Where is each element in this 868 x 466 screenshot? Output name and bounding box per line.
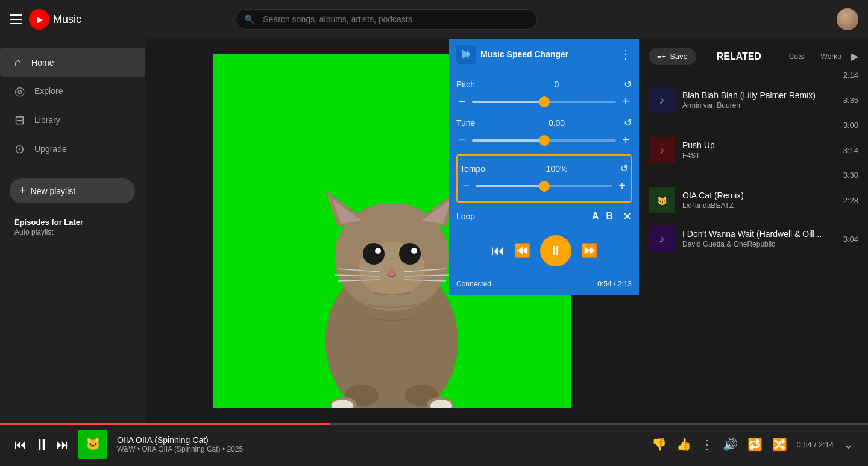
pitch-decrease-button[interactable]: − <box>456 95 468 109</box>
svg-text:♪: ♪ <box>659 144 665 156</box>
svg-text:♪: ♪ <box>659 94 665 106</box>
loop-label: Loop <box>456 212 592 221</box>
new-playlist-button[interactable]: + New playlist <box>10 178 135 203</box>
song-info-1: Push Up F4ST <box>682 140 836 160</box>
repeat-button[interactable]: 🔁 <box>747 437 763 452</box>
player-right: 👎 👍 ⋮ 🔊 🔁 🔀 0:54 / 2:14 ⌄ <box>652 437 854 452</box>
loop-b-button[interactable]: B <box>606 211 613 222</box>
player-info: OIIA OIIA (Spinning Cat) W&W • OIIA OIIA… <box>117 435 243 453</box>
msc-footer: Connected 0:54 / 2:13 <box>449 276 639 295</box>
sidebar-item-library[interactable]: ⊟ Library <box>0 105 145 134</box>
more-options-button[interactable]: ⋮ <box>701 437 713 452</box>
svg-point-10 <box>411 248 417 254</box>
skip-forward-button[interactable]: ⏭ <box>57 438 69 452</box>
tempo-slider-thumb[interactable] <box>539 181 550 192</box>
song-info-2: OIA Cat (Remix) LxPandaBEATZ <box>682 190 836 210</box>
sidebar: ⌂ Home ◎ Explore ⊟ Library ⊙ Upgrade + N… <box>0 39 145 423</box>
tune-row: Tune 0.00 ↺ <box>456 113 632 132</box>
sidebar-explore-label: Explore <box>34 86 63 96</box>
related-section: ≡+ Save RELATED Cuts Worko ▶ 2:14 <box>639 39 868 258</box>
tabs-more-arrow[interactable]: ▶ <box>851 51 858 62</box>
main-content: Music Speed Changer ⋮ Pitch 0 ↺ − + <box>145 39 639 423</box>
tune-reset-button[interactable]: ↺ <box>624 117 632 128</box>
pitch-slider[interactable] <box>472 101 616 103</box>
main-layout: ⌂ Home ◎ Explore ⊟ Library ⊙ Upgrade + N… <box>0 39 868 423</box>
tempo-increase-button[interactable]: + <box>616 179 628 193</box>
loop-close-button[interactable]: ✕ <box>623 210 632 223</box>
sidebar-item-home[interactable]: ⌂ Home <box>0 48 145 77</box>
svg-point-7 <box>363 243 385 265</box>
nav-divider <box>14 171 130 171</box>
msc-body: Pitch 0 ↺ − + Tune 0.00 ↺ <box>449 70 639 276</box>
tab-cuts[interactable]: Cuts <box>782 49 811 65</box>
skip-back-button[interactable]: ⏮ <box>14 438 27 452</box>
episodes-section: Episodes for Later Auto playlist <box>0 208 145 246</box>
sidebar-item-explore[interactable]: ◎ Explore <box>0 77 145 105</box>
right-panel: ≡+ Save RELATED Cuts Worko ▶ 2:14 <box>639 39 868 423</box>
tempo-decrease-button[interactable]: − <box>460 179 472 193</box>
song-item-1[interactable]: ♪ Push Up F4ST 3:14 <box>639 131 868 169</box>
svg-text:🐱: 🐱 <box>657 196 668 206</box>
play-button[interactable]: ⏸ <box>34 435 49 454</box>
pitch-slider-thumb[interactable] <box>539 96 550 107</box>
tune-slider-thumb[interactable] <box>539 135 550 146</box>
sidebar-item-upgrade[interactable]: ⊙ Upgrade <box>0 134 145 163</box>
episodes-title[interactable]: Episodes for Later <box>14 218 130 227</box>
search-input[interactable] <box>236 9 537 30</box>
dislike-button[interactable]: 👎 <box>652 437 667 452</box>
svg-point-8 <box>399 243 421 265</box>
duration-item-0: 2:14 <box>843 71 858 80</box>
duration-spacer-1: 3:00 <box>843 121 858 130</box>
tune-slider[interactable] <box>472 139 616 142</box>
related-title: RELATED <box>717 51 761 62</box>
play-pause-button[interactable]: ⏸ <box>540 235 571 266</box>
song-item-0[interactable]: ♪ Blah Blah Blah (Lilly Palmer Remix) Ar… <box>639 81 868 119</box>
menu-button[interactable] <box>10 14 22 24</box>
header-left: Music <box>10 9 81 30</box>
rewind-button[interactable]: ⏪ <box>514 243 530 259</box>
song-title-1: Push Up <box>682 140 836 150</box>
song-info-0: Blah Blah Blah (Lilly Palmer Remix) Armi… <box>682 90 836 110</box>
related-header: ≡+ Save RELATED Cuts Worko ▶ <box>639 39 868 69</box>
msc-more-button[interactable]: ⋮ <box>620 47 632 61</box>
like-button[interactable]: 👍 <box>676 437 691 452</box>
progress-bar[interactable] <box>0 423 868 425</box>
song-item-2[interactable]: 🐱 OIA Cat (Remix) LxPandaBEATZ 2:28 <box>639 181 868 219</box>
song-thumb-3: ♪ <box>649 225 675 252</box>
tempo-reset-button[interactable]: ↺ <box>620 163 628 174</box>
player-controls: ⏮ ⏸ ⏭ <box>14 435 69 454</box>
msc-connected-status: Connected <box>456 280 491 288</box>
expand-button[interactable]: ⌄ <box>843 437 854 452</box>
volume-button[interactable]: 🔊 <box>723 437 738 452</box>
fast-forward-button[interactable]: ⏩ <box>581 243 597 259</box>
song-item-3[interactable]: ♪ I Don't Wanna Wait (Hardwell & Oill...… <box>639 219 868 258</box>
svg-text:♪: ♪ <box>659 233 665 245</box>
msc-title: Music Speed Changer <box>480 49 615 59</box>
avatar[interactable] <box>837 8 858 30</box>
shuffle-button[interactable]: 🔀 <box>772 437 787 452</box>
explore-icon: ◎ <box>14 84 25 98</box>
avatar-image <box>837 8 858 30</box>
logo[interactable]: Music <box>29 9 81 30</box>
save-icon: ≡+ <box>657 52 666 61</box>
pitch-value: 0 <box>494 80 619 89</box>
sidebar-library-label: Library <box>34 115 60 125</box>
tempo-slider[interactable] <box>476 185 612 187</box>
tune-label: Tune <box>456 118 489 128</box>
save-button[interactable]: ≡+ Save <box>649 48 696 65</box>
tune-decrease-button[interactable]: − <box>456 133 468 147</box>
pause-icon: ⏸ <box>549 243 562 259</box>
svg-text:🐱: 🐱 <box>86 436 101 451</box>
tempo-section: Tempo 100% ↺ − + <box>456 154 632 203</box>
skip-to-start-button[interactable]: ⏮ <box>491 243 505 259</box>
tune-slider-fill <box>472 139 544 142</box>
pitch-reset-button[interactable]: ↺ <box>624 78 632 90</box>
tab-worko[interactable]: Worko <box>814 49 849 65</box>
player-artist: W&W • OIIA OIIA (Spinning Cat) • 2025 <box>117 445 243 453</box>
tune-increase-button[interactable]: + <box>620 133 632 147</box>
msc-time: 0:54 / 2:13 <box>597 280 632 288</box>
loop-a-button[interactable]: A <box>592 211 599 222</box>
pitch-increase-button[interactable]: + <box>620 95 632 109</box>
msc-logo-icon <box>459 47 473 61</box>
song-artist-0: Armin van Buuren <box>682 101 836 110</box>
